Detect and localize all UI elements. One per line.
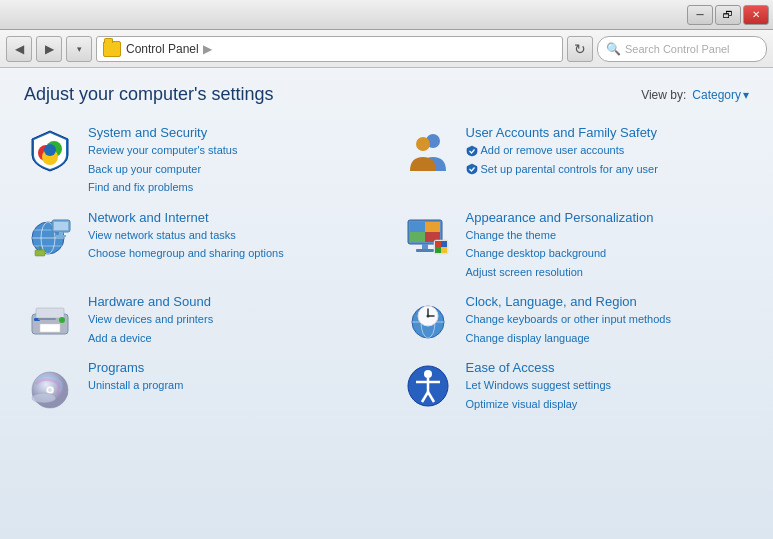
svg-point-5: [416, 137, 430, 151]
svg-point-48: [48, 388, 52, 392]
appearance-link-0[interactable]: Change the theme: [466, 227, 654, 244]
main-area: Adjust your computer's settings View by:…: [0, 68, 773, 539]
programs-disc-icon: [26, 362, 74, 410]
panel-programs: Programs Uninstall a program: [24, 360, 372, 412]
viewby-value: Category: [692, 88, 741, 102]
svg-point-49: [32, 393, 56, 403]
programs-link-0[interactable]: Uninstall a program: [88, 377, 183, 394]
appearance-text: Appearance and Personalization Change th…: [466, 210, 654, 281]
user-accounts-link-text-0: Add or remove user accounts: [481, 142, 625, 159]
clock-icon: [402, 294, 454, 346]
minimize-button[interactable]: ─: [687, 5, 713, 25]
address-bar: ◀ ▶ ▾ Control Panel ▶ ↻ 🔍 Search Control…: [0, 30, 773, 68]
svg-rect-14: [56, 235, 66, 237]
folder-icon: [103, 41, 121, 57]
restore-button[interactable]: 🗗: [715, 5, 741, 25]
svg-rect-24: [416, 249, 434, 252]
shield-icon: [26, 127, 74, 175]
hardware-title[interactable]: Hardware and Sound: [88, 294, 213, 309]
system-security-title[interactable]: System and Security: [88, 125, 237, 140]
close-button[interactable]: ✕: [743, 5, 769, 25]
back-button[interactable]: ◀: [6, 36, 32, 62]
svg-point-3: [44, 144, 56, 156]
hardware-link-0[interactable]: View devices and printers: [88, 311, 213, 328]
network-icon: [24, 210, 76, 262]
user-accounts-icon: [402, 125, 454, 177]
svg-rect-29: [441, 247, 447, 253]
hardware-link-1[interactable]: Add a device: [88, 330, 213, 347]
title-bar: ─ 🗗 ✕: [0, 0, 773, 30]
view-by-control: View by: Category ▾: [641, 88, 749, 102]
appearance-title[interactable]: Appearance and Personalization: [466, 210, 654, 225]
network-link-0[interactable]: View network status and tasks: [88, 227, 284, 244]
forward-button[interactable]: ▶: [36, 36, 62, 62]
ease-link-1[interactable]: Optimize visual display: [466, 396, 612, 413]
svg-rect-26: [435, 241, 441, 247]
system-security-link-0[interactable]: Review your computer's status: [88, 142, 237, 159]
user-accounts-link-1[interactable]: Set up parental controls for any user: [466, 161, 658, 178]
shield-small-icon-0: [466, 145, 478, 157]
ease-link-0[interactable]: Let Windows suggest settings: [466, 377, 612, 394]
ease-title[interactable]: Ease of Access: [466, 360, 612, 375]
svg-rect-27: [441, 241, 447, 247]
panel-hardware: Hardware and Sound View devices and prin…: [24, 294, 372, 346]
appearance-icon: [402, 210, 454, 262]
appearance-link-1[interactable]: Change desktop background: [466, 245, 654, 262]
svg-rect-19: [410, 222, 425, 232]
svg-rect-31: [36, 308, 64, 318]
clock-link-0[interactable]: Change keyboards or other input methods: [466, 311, 671, 328]
appearance-window-icon: [404, 212, 452, 260]
user-accounts-text: User Accounts and Family Safety Add or r…: [466, 125, 658, 177]
path-arrow: ▶: [203, 42, 212, 56]
shield-small-icon-1: [466, 163, 478, 175]
hardware-printer-icon: [26, 296, 74, 344]
network-title[interactable]: Network and Internet: [88, 210, 284, 225]
svg-rect-23: [422, 244, 428, 249]
panel-appearance: Appearance and Personalization Change th…: [402, 210, 750, 281]
network-link-1[interactable]: Choose homegroup and sharing options: [88, 245, 284, 262]
panel-clock: Clock, Language, and Region Change keybo…: [402, 294, 750, 346]
ease-text: Ease of Access Let Windows suggest setti…: [466, 360, 612, 412]
svg-rect-28: [435, 247, 441, 253]
system-security-icon: [24, 125, 76, 177]
search-icon: 🔍: [606, 42, 621, 56]
system-security-text: System and Security Review your computer…: [88, 125, 237, 196]
clock-title[interactable]: Clock, Language, and Region: [466, 294, 671, 309]
svg-rect-13: [59, 232, 63, 235]
panel-ease: Ease of Access Let Windows suggest setti…: [402, 360, 750, 412]
viewby-dropdown[interactable]: Category ▾: [692, 88, 749, 102]
svg-point-51: [424, 370, 432, 378]
programs-icon: [24, 360, 76, 412]
programs-title[interactable]: Programs: [88, 360, 183, 375]
system-security-link-1[interactable]: Back up your computer: [88, 161, 237, 178]
network-globe-icon: [26, 212, 74, 260]
panel-grid: System and Security Review your computer…: [24, 125, 749, 412]
viewby-label: View by:: [641, 88, 686, 102]
hardware-text: Hardware and Sound View devices and prin…: [88, 294, 213, 346]
refresh-button[interactable]: ↻: [567, 36, 593, 62]
address-path[interactable]: Control Panel ▶: [96, 36, 563, 62]
system-security-link-2[interactable]: Find and fix problems: [88, 179, 237, 196]
appearance-link-2[interactable]: Adjust screen resolution: [466, 264, 654, 281]
page-title: Adjust your computer's settings: [24, 84, 274, 105]
svg-rect-32: [40, 324, 60, 332]
hardware-icon: [24, 294, 76, 346]
user-accounts-link-0[interactable]: Add or remove user accounts: [466, 142, 658, 159]
panel-user-accounts: User Accounts and Family Safety Add or r…: [402, 125, 750, 196]
svg-rect-21: [410, 232, 425, 242]
path-label: Control Panel: [126, 42, 199, 56]
clock-globe-icon: [404, 296, 452, 344]
programs-text: Programs Uninstall a program: [88, 360, 183, 394]
top-row: Adjust your computer's settings View by:…: [24, 84, 749, 105]
dropdown-button[interactable]: ▾: [66, 36, 92, 62]
search-placeholder: Search Control Panel: [625, 43, 730, 55]
clock-link-1[interactable]: Change display language: [466, 330, 671, 347]
svg-rect-15: [35, 250, 45, 256]
user-accounts-title[interactable]: User Accounts and Family Safety: [466, 125, 658, 140]
svg-point-43: [426, 315, 429, 318]
network-text: Network and Internet View network status…: [88, 210, 284, 262]
svg-rect-12: [54, 222, 68, 230]
svg-point-34: [59, 317, 65, 323]
svg-rect-35: [38, 318, 56, 320]
search-box[interactable]: 🔍 Search Control Panel: [597, 36, 767, 62]
